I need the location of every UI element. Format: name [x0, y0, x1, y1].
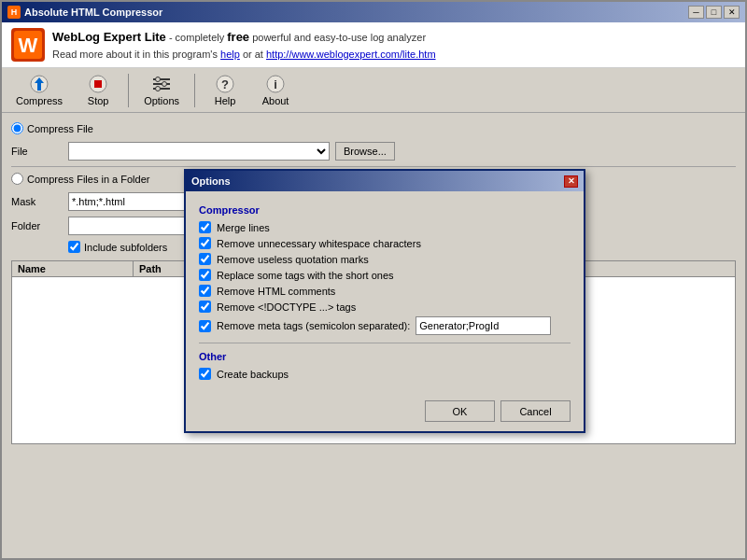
- include-subfolders-text: Include subfolders: [84, 242, 167, 253]
- dialog-titlebar: Options ✕: [186, 171, 584, 191]
- remove-quotes-checkbox[interactable]: [199, 253, 211, 265]
- compress-file-radio-label[interactable]: Compress File: [11, 122, 93, 134]
- window-title: Absolute HTML Compressor: [24, 7, 162, 18]
- maximize-button[interactable]: □: [706, 6, 722, 19]
- help-icon: ?: [215, 74, 235, 94]
- stop-button[interactable]: Stop: [75, 71, 121, 109]
- include-subfolders-label[interactable]: Include subfolders: [68, 241, 167, 253]
- section-separator: [11, 166, 736, 167]
- merge-lines-checkbox[interactable]: [199, 221, 211, 233]
- compress-file-label: Compress File: [27, 123, 93, 134]
- dialog-body: Compressor Merge lines Remove unnecessar…: [186, 191, 584, 393]
- merge-lines-label: Merge lines: [217, 222, 270, 233]
- compress-icon: [29, 74, 49, 94]
- window-close-button[interactable]: ✕: [724, 6, 740, 19]
- options-dialog: Options ✕ Compressor Merge lines Remove …: [184, 169, 585, 433]
- other-section-title: Other: [199, 351, 571, 362]
- compressor-section-title: Compressor: [199, 204, 571, 216]
- minimize-button[interactable]: ─: [688, 6, 704, 19]
- remove-whitespace-label: Remove unnecessary whitespace characters: [217, 238, 421, 249]
- svg-point-11: [162, 82, 167, 87]
- options-button[interactable]: Options: [135, 71, 188, 109]
- create-backups-row: Create backups: [199, 368, 571, 380]
- toolbar-separator-2: [194, 74, 195, 107]
- merge-lines-row: Merge lines: [199, 221, 571, 233]
- create-backups-checkbox[interactable]: [199, 368, 211, 380]
- file-combo[interactable]: [68, 142, 330, 161]
- svg-rect-6: [94, 80, 102, 88]
- app-name: WebLog Expert Lite: [52, 30, 166, 44]
- dialog-buttons: OK Cancel: [186, 393, 584, 431]
- replace-tags-checkbox[interactable]: [199, 269, 211, 281]
- toolbar: Compress Stop Options ?: [2, 68, 745, 113]
- banner-sep: - completely: [169, 32, 227, 43]
- title-buttons: ─ □ ✕: [688, 6, 740, 19]
- about-label: About: [262, 95, 289, 106]
- remove-meta-label: Remove meta tags (semicolon separated):: [217, 320, 410, 331]
- toolbar-separator-1: [128, 74, 129, 107]
- dialog-divider: [199, 343, 571, 343]
- replace-tags-row: Replace some tags with the short ones: [199, 269, 571, 281]
- stop-label: Stop: [88, 95, 109, 106]
- remove-doctype-row: Remove <!DOCTYPE ...> tags: [199, 301, 571, 313]
- compress-file-radio[interactable]: [11, 122, 23, 134]
- web-link[interactable]: http://www.weblogexpert.com/lite.htm: [266, 49, 436, 60]
- remove-comments-row: Remove HTML comments: [199, 285, 571, 297]
- svg-text:i: i: [274, 77, 277, 91]
- svg-point-12: [156, 87, 161, 91]
- remove-whitespace-checkbox[interactable]: [199, 237, 211, 249]
- compress-folder-radio-label[interactable]: Compress Files in a Folder: [11, 173, 149, 185]
- svg-text:?: ?: [221, 77, 229, 91]
- remove-quotes-row: Remove useless quotation marks: [199, 253, 571, 265]
- stop-icon: [88, 74, 108, 94]
- compress-folder-label: Compress Files in a Folder: [27, 174, 149, 185]
- title-bar-left: H Absolute HTML Compressor: [7, 6, 162, 19]
- create-backups-label: Create backups: [217, 369, 289, 380]
- title-bar: H Absolute HTML Compressor ─ □ ✕: [2, 2, 745, 22]
- browse-button[interactable]: Browse...: [335, 142, 395, 161]
- remove-meta-row: Remove meta tags (semicolon separated):: [199, 316, 571, 335]
- banner-readmore: Read more about it in this program's: [52, 49, 218, 60]
- options-icon: [151, 74, 172, 94]
- mask-label: Mask: [11, 196, 63, 207]
- app-icon: H: [7, 6, 21, 19]
- file-row: File Browse...: [11, 142, 736, 161]
- main-window: H Absolute HTML Compressor ─ □ ✕ W WebLo…: [0, 0, 747, 560]
- compress-file-section: Compress File: [11, 122, 736, 134]
- help-button[interactable]: ? Help: [202, 71, 248, 109]
- main-content: Compress File File Browse... Compress Fi…: [2, 113, 745, 558]
- remove-comments-label: Remove HTML comments: [217, 286, 335, 297]
- help-label: Help: [215, 95, 236, 106]
- remove-doctype-label: Remove <!DOCTYPE ...> tags: [217, 301, 356, 313]
- banner-line1: WebLog Expert Lite - completely free pow…: [52, 28, 436, 47]
- remove-comments-checkbox[interactable]: [199, 285, 211, 297]
- svg-text:W: W: [19, 34, 38, 57]
- compress-label: Compress: [16, 95, 63, 106]
- compress-button[interactable]: Compress: [7, 71, 71, 109]
- dialog-title: Options: [191, 175, 231, 187]
- remove-doctype-checkbox[interactable]: [199, 301, 211, 313]
- remove-quotes-label: Remove useless quotation marks: [217, 254, 369, 265]
- svg-point-10: [156, 77, 161, 82]
- meta-input[interactable]: [416, 316, 551, 335]
- banner-desc: powerful and easy-to-use log analyzer: [252, 32, 426, 43]
- compress-folder-radio[interactable]: [11, 173, 23, 185]
- options-label: Options: [144, 95, 179, 106]
- banner-free: free: [227, 30, 249, 44]
- about-button[interactable]: i About: [252, 71, 299, 109]
- remove-whitespace-row: Remove unnecessary whitespace characters: [199, 237, 571, 249]
- col-name: Name: [12, 261, 134, 276]
- remove-meta-checkbox[interactable]: [199, 320, 211, 332]
- dialog-close-button[interactable]: ✕: [564, 175, 578, 188]
- banner-text: WebLog Expert Lite - completely free pow…: [52, 28, 436, 62]
- ok-button[interactable]: OK: [425, 400, 495, 422]
- banner-logo-icon: W: [11, 28, 45, 62]
- banner: W WebLog Expert Lite - completely free p…: [2, 22, 745, 68]
- cancel-button[interactable]: Cancel: [500, 400, 571, 422]
- banner-or: or at: [243, 49, 266, 60]
- file-label: File: [11, 146, 63, 157]
- help-link[interactable]: help: [220, 49, 240, 60]
- include-subfolders-checkbox[interactable]: [68, 241, 80, 253]
- replace-tags-label: Replace some tags with the short ones: [217, 270, 394, 281]
- banner-line2: Read more about it in this program's hel…: [52, 47, 436, 63]
